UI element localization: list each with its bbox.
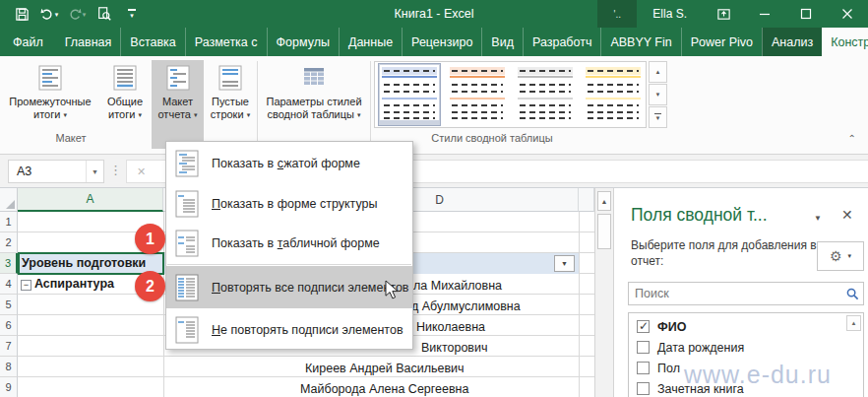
- row-header-6[interactable]: 6: [0, 315, 18, 336]
- repeat-all-labels-icon: [175, 274, 199, 301]
- formula-bar-grip-icon[interactable]: ⋮: [109, 163, 122, 177]
- scroll-up-icon[interactable]: ▲: [597, 191, 611, 211]
- tab-review[interactable]: Рецензиро: [402, 28, 481, 56]
- row-header-9[interactable]: 9: [0, 377, 18, 397]
- no-repeat-labels-icon: [175, 316, 199, 344]
- select-all-corner[interactable]: [0, 188, 18, 212]
- formula-bar-row: A3 ▼ ⋮ ✕: [0, 155, 868, 188]
- minimize-icon: [759, 8, 771, 20]
- field-row-gradebook[interactable]: Зачетная книга: [637, 378, 744, 397]
- redo-caret-icon[interactable]: ▾: [83, 11, 87, 18]
- field-search-box[interactable]: [628, 282, 864, 305]
- account-user-name[interactable]: Ella S.: [637, 0, 703, 28]
- menu-item-tabular-form[interactable]: Показать в табличной форме: [166, 224, 412, 263]
- tab-data[interactable]: Данные: [339, 28, 402, 56]
- undo-button[interactable]: ▾: [37, 3, 61, 25]
- blank-rows-button[interactable]: Пустые строки ▾: [206, 60, 255, 149]
- tab-formulas[interactable]: Формулы: [267, 28, 339, 56]
- undo-caret-icon[interactable]: ▾: [55, 11, 59, 18]
- gallery-scroll-up-button[interactable]: ▲: [649, 61, 667, 83]
- tab-home[interactable]: Главная: [56, 28, 121, 56]
- print-preview-button[interactable]: [93, 3, 116, 25]
- name-box-caret-icon[interactable]: ▼: [86, 161, 103, 182]
- cell-a4[interactable]: Аспирантура: [34, 277, 114, 291]
- row-header-4[interactable]: 4: [0, 274, 18, 295]
- row-header-7[interactable]: 7: [0, 336, 18, 357]
- column-header-e[interactable]: [579, 188, 594, 212]
- cell-a3[interactable]: Уровень подготовки: [22, 256, 146, 270]
- grand-totals-button[interactable]: Общие итоги ▾: [100, 60, 150, 149]
- maximize-button[interactable]: [785, 0, 827, 28]
- pane-options-caret-icon[interactable]: ▼: [814, 214, 822, 223]
- search-input[interactable]: [629, 287, 841, 300]
- cell-name-row5[interactable]: д Абулмуслимовна: [411, 299, 521, 313]
- tab-file[interactable]: Файл: [0, 28, 56, 56]
- tab-page-layout[interactable]: Разметка с: [185, 28, 267, 56]
- field-list-scrollbar[interactable]: ▲: [846, 315, 861, 394]
- pivot-style-gray[interactable]: [514, 63, 577, 126]
- menu-item-outline-form[interactable]: Показать в форме структуры: [166, 183, 412, 224]
- tab-insert[interactable]: Вставка: [120, 28, 184, 56]
- checkbox-icon[interactable]: [637, 341, 650, 354]
- search-icon[interactable]: [841, 288, 863, 300]
- ribbon-display-options-button[interactable]: [703, 0, 744, 28]
- row-header-2[interactable]: 2: [0, 232, 18, 253]
- tab-abbyy[interactable]: ABBYY Fin: [600, 28, 680, 56]
- redo-button[interactable]: ▾: [65, 3, 89, 25]
- row-header-3[interactable]: 3: [0, 253, 18, 274]
- tab-pivottable-design[interactable]: Конструктор: [822, 28, 868, 56]
- callout-step-2: 2: [135, 271, 165, 301]
- tab-power-pivot[interactable]: Power Pivo: [681, 28, 762, 56]
- row-header-1[interactable]: 1: [0, 212, 18, 232]
- checkbox-icon[interactable]: [637, 382, 650, 395]
- titlebar-right: '.. Ella S.: [597, 0, 868, 28]
- collapse-ribbon-icon[interactable]: ⌃: [848, 133, 856, 144]
- tab-view[interactable]: Вид: [481, 28, 523, 56]
- field-row-fio[interactable]: ФИО: [637, 316, 686, 337]
- tab-developer[interactable]: Разработч: [523, 28, 600, 56]
- field-row-birthdate[interactable]: Дата рождения: [637, 337, 744, 358]
- field-row-gender[interactable]: Пол: [637, 358, 680, 378]
- checkbox-icon[interactable]: [637, 362, 650, 374]
- close-button[interactable]: [827, 0, 868, 28]
- pivottable-style-options-button[interactable]: Параметры стилей сводной таблицы ▾: [260, 60, 368, 149]
- tools-button[interactable]: ⚙ ▾: [817, 241, 864, 271]
- cell-name-row6[interactable]: Николаевна: [416, 320, 485, 334]
- collapse-item-icon[interactable]: −: [21, 280, 31, 291]
- menu-item-repeat-all-item-labels[interactable]: Повторять все подписи элементов: [166, 266, 412, 308]
- minimize-button[interactable]: [744, 0, 785, 28]
- scroll-up-icon[interactable]: ▲: [846, 315, 861, 331]
- cell-name-row8[interactable]: Киреев Андрей Васильевич: [305, 362, 465, 375]
- pivot-styles-gallery: [374, 61, 647, 128]
- ribbon-tab-row: Файл Главная Вставка Разметка с Формулы …: [0, 28, 868, 56]
- tools-caret-icon: ▾: [848, 252, 852, 260]
- maximize-icon: [800, 8, 812, 20]
- gallery-more-button[interactable]: ▼: [649, 106, 667, 128]
- pivot-style-light-blue[interactable]: [378, 63, 441, 126]
- cell-name-row7[interactable]: Викторович: [421, 341, 488, 355]
- field-label: ФИО: [657, 320, 686, 334]
- print-preview-icon: [96, 6, 112, 22]
- pivot-style-yellow[interactable]: [582, 63, 645, 126]
- checkbox-checked-icon[interactable]: [637, 320, 650, 333]
- gear-icon: ⚙: [830, 248, 842, 264]
- row-header-8[interactable]: 8: [0, 357, 18, 377]
- name-box[interactable]: A3 ▼: [8, 160, 104, 183]
- pane-close-icon[interactable]: ✕: [841, 207, 853, 223]
- customize-quick-access-button[interactable]: ▾: [120, 3, 144, 25]
- gallery-scroll-down-button[interactable]: ▼: [649, 84, 667, 105]
- gridline: [579, 212, 580, 397]
- pivot-filter-button[interactable]: ▼: [554, 255, 575, 272]
- menu-item-compact-form[interactable]: Показать в сжатой форме: [166, 144, 412, 183]
- tab-pivottable-analyze[interactable]: Анализ: [762, 28, 822, 56]
- report-layout-button[interactable]: Макет отчета ▾: [152, 60, 204, 149]
- cell-name-row4[interactable]: ла Михайловна: [413, 279, 502, 293]
- column-header-a[interactable]: A: [18, 188, 163, 212]
- pivot-style-peach[interactable]: [446, 63, 509, 126]
- row-header-5[interactable]: 5: [0, 295, 18, 315]
- vertical-scrollbar[interactable]: ▲: [594, 188, 613, 397]
- scrollbar-thumb[interactable]: [597, 214, 611, 249]
- menu-item-do-not-repeat-item-labels[interactable]: Не повторять подписи элементов: [166, 308, 412, 351]
- save-button[interactable]: [10, 3, 33, 25]
- cell-name-row9[interactable]: Майборода Алена Сергеевна: [300, 382, 468, 396]
